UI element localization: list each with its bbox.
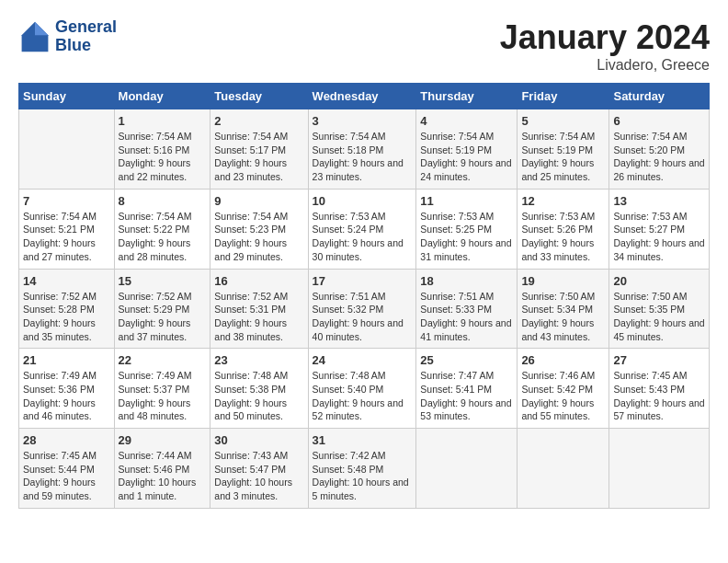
logo: General Blue <box>18 18 117 55</box>
calendar-cell: 30Sunrise: 7:43 AMSunset: 5:47 PMDayligh… <box>210 429 308 509</box>
calendar-cell: 11Sunrise: 7:53 AMSunset: 5:25 PMDayligh… <box>416 189 518 269</box>
day-info: Sunrise: 7:48 AMSunset: 5:38 PMDaylight:… <box>214 369 303 423</box>
day-number: 13 <box>613 194 705 208</box>
day-info: Sunrise: 7:52 AMSunset: 5:28 PMDaylight:… <box>23 290 110 344</box>
calendar-cell: 31Sunrise: 7:42 AMSunset: 5:48 PMDayligh… <box>308 429 416 509</box>
calendar-cell: 8Sunrise: 7:54 AMSunset: 5:22 PMDaylight… <box>114 189 210 269</box>
day-info: Sunrise: 7:51 AMSunset: 5:32 PMDaylight:… <box>313 290 413 344</box>
header-day-thursday: Thursday <box>416 84 518 109</box>
day-number: 15 <box>119 274 207 288</box>
calendar-cell: 16Sunrise: 7:52 AMSunset: 5:31 PMDayligh… <box>210 269 308 349</box>
day-info: Sunrise: 7:54 AMSunset: 5:17 PMDaylight:… <box>214 130 303 184</box>
calendar-cell: 22Sunrise: 7:49 AMSunset: 5:37 PMDayligh… <box>114 349 210 429</box>
day-number: 20 <box>613 274 705 288</box>
day-info: Sunrise: 7:54 AMSunset: 5:21 PMDaylight:… <box>23 210 110 264</box>
day-number: 26 <box>521 353 605 367</box>
day-number: 30 <box>214 433 303 447</box>
day-number: 24 <box>313 353 413 367</box>
day-number: 7 <box>23 194 110 208</box>
calendar-cell: 18Sunrise: 7:51 AMSunset: 5:33 PMDayligh… <box>416 269 518 349</box>
day-number: 31 <box>313 433 413 447</box>
calendar-cell: 10Sunrise: 7:53 AMSunset: 5:24 PMDayligh… <box>308 189 416 269</box>
calendar-cell: 6Sunrise: 7:54 AMSunset: 5:20 PMDaylight… <box>609 109 710 190</box>
day-number: 22 <box>119 353 207 367</box>
calendar-cell: 29Sunrise: 7:44 AMSunset: 5:46 PMDayligh… <box>114 429 210 509</box>
calendar-cell: 5Sunrise: 7:54 AMSunset: 5:19 PMDaylight… <box>518 109 609 190</box>
calendar-cell: 25Sunrise: 7:47 AMSunset: 5:41 PMDayligh… <box>416 349 518 429</box>
day-number: 12 <box>521 194 605 208</box>
calendar-cell: 21Sunrise: 7:49 AMSunset: 5:36 PMDayligh… <box>19 349 115 429</box>
calendar-cell: 2Sunrise: 7:54 AMSunset: 5:17 PMDaylight… <box>210 109 308 190</box>
day-info: Sunrise: 7:52 AMSunset: 5:31 PMDaylight:… <box>214 290 303 344</box>
day-number: 1 <box>119 114 207 128</box>
day-number: 6 <box>613 114 705 128</box>
svg-marker-1 <box>35 22 48 35</box>
day-number: 19 <box>521 274 605 288</box>
day-info: Sunrise: 7:54 AMSunset: 5:22 PMDaylight:… <box>119 210 207 264</box>
day-info: Sunrise: 7:54 AMSunset: 5:19 PMDaylight:… <box>521 130 605 184</box>
header-day-wednesday: Wednesday <box>308 84 416 109</box>
day-info: Sunrise: 7:50 AMSunset: 5:34 PMDaylight:… <box>521 290 605 344</box>
day-info: Sunrise: 7:54 AMSunset: 5:19 PMDaylight:… <box>420 130 513 184</box>
calendar-header-row: SundayMondayTuesdayWednesdayThursdayFrid… <box>19 84 710 109</box>
day-number: 5 <box>521 114 605 128</box>
day-info: Sunrise: 7:45 AMSunset: 5:43 PMDaylight:… <box>613 369 705 423</box>
day-info: Sunrise: 7:48 AMSunset: 5:40 PMDaylight:… <box>313 369 413 423</box>
day-info: Sunrise: 7:47 AMSunset: 5:41 PMDaylight:… <box>420 369 513 423</box>
calendar-week-row: 28Sunrise: 7:45 AMSunset: 5:44 PMDayligh… <box>19 429 710 509</box>
day-info: Sunrise: 7:53 AMSunset: 5:27 PMDaylight:… <box>613 210 705 264</box>
calendar-cell: 17Sunrise: 7:51 AMSunset: 5:32 PMDayligh… <box>308 269 416 349</box>
title-block: January 2024 Livadero, Greece <box>500 18 710 74</box>
header-day-sunday: Sunday <box>19 84 115 109</box>
calendar-cell: 12Sunrise: 7:53 AMSunset: 5:26 PMDayligh… <box>518 189 609 269</box>
day-number: 14 <box>23 274 110 288</box>
logo-text: General Blue <box>55 18 117 55</box>
calendar-cell: 24Sunrise: 7:48 AMSunset: 5:40 PMDayligh… <box>308 349 416 429</box>
header-day-tuesday: Tuesday <box>210 84 308 109</box>
calendar-cell <box>609 429 710 509</box>
day-info: Sunrise: 7:54 AMSunset: 5:23 PMDaylight:… <box>214 210 303 264</box>
day-info: Sunrise: 7:50 AMSunset: 5:35 PMDaylight:… <box>613 290 705 344</box>
calendar-cell: 14Sunrise: 7:52 AMSunset: 5:28 PMDayligh… <box>19 269 115 349</box>
calendar-cell: 20Sunrise: 7:50 AMSunset: 5:35 PMDayligh… <box>609 269 710 349</box>
day-number: 2 <box>214 114 303 128</box>
day-number: 9 <box>214 194 303 208</box>
calendar-cell <box>416 429 518 509</box>
calendar-cell <box>518 429 609 509</box>
day-number: 23 <box>214 353 303 367</box>
calendar-cell: 4Sunrise: 7:54 AMSunset: 5:19 PMDaylight… <box>416 109 518 190</box>
calendar-cell: 15Sunrise: 7:52 AMSunset: 5:29 PMDayligh… <box>114 269 210 349</box>
day-number: 4 <box>420 114 513 128</box>
calendar-cell: 3Sunrise: 7:54 AMSunset: 5:18 PMDaylight… <box>308 109 416 190</box>
day-info: Sunrise: 7:43 AMSunset: 5:47 PMDaylight:… <box>214 449 303 503</box>
header-day-monday: Monday <box>114 84 210 109</box>
calendar-cell: 23Sunrise: 7:48 AMSunset: 5:38 PMDayligh… <box>210 349 308 429</box>
calendar-cell: 19Sunrise: 7:50 AMSunset: 5:34 PMDayligh… <box>518 269 609 349</box>
calendar-cell: 1Sunrise: 7:54 AMSunset: 5:16 PMDaylight… <box>114 109 210 190</box>
calendar-cell <box>19 109 115 190</box>
day-number: 28 <box>23 433 110 447</box>
day-number: 11 <box>420 194 513 208</box>
page-header: General Blue January 2024 Livadero, Gree… <box>18 18 710 74</box>
day-number: 17 <box>313 274 413 288</box>
day-info: Sunrise: 7:46 AMSunset: 5:42 PMDaylight:… <box>521 369 605 423</box>
calendar-table: SundayMondayTuesdayWednesdayThursdayFrid… <box>18 83 710 509</box>
day-number: 10 <box>313 194 413 208</box>
calendar-cell: 28Sunrise: 7:45 AMSunset: 5:44 PMDayligh… <box>19 429 115 509</box>
day-number: 8 <box>119 194 207 208</box>
day-info: Sunrise: 7:49 AMSunset: 5:36 PMDaylight:… <box>23 369 110 423</box>
day-number: 27 <box>613 353 705 367</box>
day-number: 3 <box>313 114 413 128</box>
day-info: Sunrise: 7:53 AMSunset: 5:24 PMDaylight:… <box>313 210 413 264</box>
day-info: Sunrise: 7:49 AMSunset: 5:37 PMDaylight:… <box>119 369 207 423</box>
day-info: Sunrise: 7:54 AMSunset: 5:18 PMDaylight:… <box>313 130 413 184</box>
day-number: 18 <box>420 274 513 288</box>
day-number: 25 <box>420 353 513 367</box>
day-number: 21 <box>23 353 110 367</box>
day-info: Sunrise: 7:53 AMSunset: 5:26 PMDaylight:… <box>521 210 605 264</box>
page-title: January 2024 <box>500 18 710 57</box>
calendar-week-row: 7Sunrise: 7:54 AMSunset: 5:21 PMDaylight… <box>19 189 710 269</box>
day-info: Sunrise: 7:44 AMSunset: 5:46 PMDaylight:… <box>119 449 207 503</box>
header-day-saturday: Saturday <box>609 84 710 109</box>
day-info: Sunrise: 7:51 AMSunset: 5:33 PMDaylight:… <box>420 290 513 344</box>
